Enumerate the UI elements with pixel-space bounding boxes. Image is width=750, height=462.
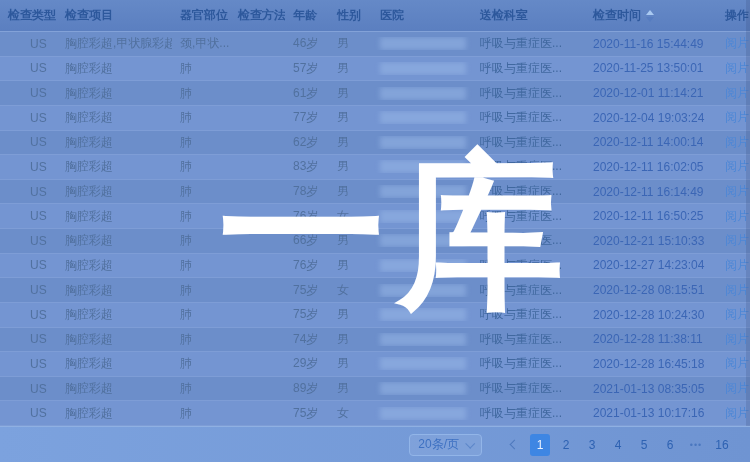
cell-gender: 女 <box>329 405 372 422</box>
cell-part: 肺 <box>172 158 230 175</box>
cell-time: 2020-12-27 14:23:04 <box>585 258 717 272</box>
cell-gender: 男 <box>329 85 372 102</box>
column-header-item: 检查项目 <box>57 7 172 24</box>
cell-hospital <box>372 136 472 149</box>
cell-type: US <box>0 258 57 272</box>
cell-gender: 男 <box>329 109 372 126</box>
page-number-list: 123456•••16 <box>530 434 732 456</box>
cell-gender: 男 <box>329 134 372 151</box>
hospital-redacted-blur <box>380 382 466 395</box>
hospital-redacted-blur <box>380 160 466 173</box>
cell-age: 77岁 <box>285 109 329 126</box>
table-row: US胸腔彩超肺89岁男呼吸与重症医...2021-01-13 08:35:05阅… <box>0 377 750 402</box>
cell-item: 胸腔彩超 <box>57 355 172 372</box>
cell-age: 62岁 <box>285 134 329 151</box>
table-row: US胸腔彩超肺78岁男呼吸与重症医...2020-12-11 16:14:49阅… <box>0 180 750 205</box>
cell-dept: 呼吸与重症医... <box>472 405 585 422</box>
cell-gender: 男 <box>329 380 372 397</box>
cell-type: US <box>0 209 57 223</box>
cell-part: 肺 <box>172 183 230 200</box>
cell-dept: 呼吸与重症医... <box>472 257 585 274</box>
jump-pages-ellipsis[interactable]: ••• <box>686 434 706 456</box>
cell-item: 胸腔彩超 <box>57 85 172 102</box>
column-header-label: 性别 <box>337 8 361 22</box>
table-row: US胸腔彩超肺75岁女呼吸与重症医...2021-01-13 10:17:16阅… <box>0 401 750 426</box>
cell-part: 肺 <box>172 134 230 151</box>
cell-age: 89岁 <box>285 380 329 397</box>
cell-dept: 呼吸与重症医... <box>472 355 585 372</box>
cell-item: 胸腔彩超 <box>57 257 172 274</box>
cell-type: US <box>0 37 57 51</box>
table-header: 检查类型检查项目器官部位检查方法年龄性别医院送检科室检查时间操作 <box>0 0 750 32</box>
cell-item: 胸腔彩超,甲状腺彩超 <box>57 35 172 52</box>
page-button-2[interactable]: 2 <box>556 434 576 456</box>
cell-type: US <box>0 382 57 396</box>
cell-item: 胸腔彩超 <box>57 158 172 175</box>
column-header-label: 检查项目 <box>65 8 113 22</box>
page-button-16[interactable]: 16 <box>712 434 732 456</box>
cell-time: 2021-01-13 10:17:16 <box>585 406 717 420</box>
cell-age: 66岁 <box>285 232 329 249</box>
cell-part: 肺 <box>172 60 230 77</box>
cell-type: US <box>0 160 57 174</box>
pagination-bar: 20条/页 123456•••16 <box>0 426 750 462</box>
page-button-5[interactable]: 5 <box>634 434 654 456</box>
cell-time: 2020-12-11 16:50:25 <box>585 209 717 223</box>
cell-time: 2020-12-21 15:10:33 <box>585 234 717 248</box>
prev-page-button[interactable] <box>504 434 524 456</box>
cell-type: US <box>0 61 57 75</box>
hospital-redacted-blur <box>380 136 466 149</box>
cell-item: 胸腔彩超 <box>57 282 172 299</box>
table-row: US胸腔彩超,甲状腺彩超颈,甲状...46岁男呼吸与重症医...2020-11-… <box>0 32 750 57</box>
table-row: US胸腔彩超肺57岁男呼吸与重症医...2020-11-25 13:50:01阅… <box>0 57 750 82</box>
hospital-redacted-blur <box>380 87 466 100</box>
page-button-6[interactable]: 6 <box>660 434 680 456</box>
cell-type: US <box>0 357 57 371</box>
cell-hospital <box>372 259 472 272</box>
column-header-hospital: 医院 <box>372 7 472 24</box>
cell-type: US <box>0 332 57 346</box>
cell-age: 76岁 <box>285 208 329 225</box>
page-button-4[interactable]: 4 <box>608 434 628 456</box>
column-header-label: 年龄 <box>293 8 317 22</box>
table-row: US胸腔彩超肺76岁男呼吸与重症医...2020-12-27 14:23:04阅… <box>0 254 750 279</box>
column-header-time[interactable]: 检查时间 <box>585 7 717 24</box>
cell-age: 57岁 <box>285 60 329 77</box>
sort-carets-icon[interactable] <box>646 10 654 22</box>
page-button-3[interactable]: 3 <box>582 434 602 456</box>
cell-part: 肺 <box>172 306 230 323</box>
cell-type: US <box>0 111 57 125</box>
cell-item: 胸腔彩超 <box>57 134 172 151</box>
cell-time: 2020-12-11 16:14:49 <box>585 185 717 199</box>
caret-up-icon <box>646 10 654 15</box>
cell-time: 2021-01-13 08:35:05 <box>585 382 717 396</box>
hospital-redacted-blur <box>380 37 466 50</box>
column-header-type: 检查类型 <box>0 7 57 24</box>
cell-dept: 呼吸与重症医... <box>472 85 585 102</box>
cell-age: 46岁 <box>285 35 329 52</box>
column-header-dept: 送检科室 <box>472 7 585 24</box>
table-row: US胸腔彩超肺83岁男呼吸与重症医...2020-12-11 16:02:05阅… <box>0 155 750 180</box>
cell-dept: 呼吸与重症医... <box>472 134 585 151</box>
cell-type: US <box>0 234 57 248</box>
cell-part: 肺 <box>172 282 230 299</box>
cell-age: 75岁 <box>285 306 329 323</box>
cell-age: 75岁 <box>285 405 329 422</box>
cell-type: US <box>0 86 57 100</box>
scrollbar-track[interactable] <box>746 0 750 426</box>
cell-hospital <box>372 37 472 50</box>
table-row: US胸腔彩超肺66岁男呼吸与重症医...2020-12-21 15:10:33阅… <box>0 229 750 254</box>
cell-time: 2020-12-01 11:14:21 <box>585 86 717 100</box>
cell-type: US <box>0 406 57 420</box>
page-size-select[interactable]: 20条/页 <box>409 434 482 456</box>
cell-time: 2020-12-11 16:02:05 <box>585 160 717 174</box>
hospital-redacted-blur <box>380 333 466 346</box>
cell-part: 肺 <box>172 355 230 372</box>
column-header-age: 年龄 <box>285 7 329 24</box>
cell-dept: 呼吸与重症医... <box>472 208 585 225</box>
page-button-1[interactable]: 1 <box>530 434 550 456</box>
column-header-label: 器官部位 <box>180 8 228 22</box>
cell-hospital <box>372 333 472 346</box>
column-header-label: 检查方法 <box>238 8 285 22</box>
cell-item: 胸腔彩超 <box>57 306 172 323</box>
